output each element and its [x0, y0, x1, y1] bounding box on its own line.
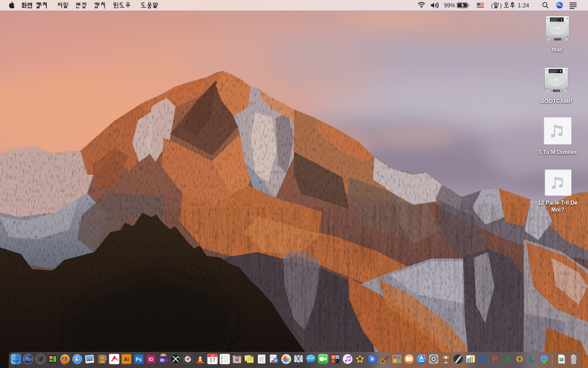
svg-text:O: O [516, 354, 523, 364]
svg-text:W: W [479, 354, 487, 364]
svg-text:L: L [529, 354, 535, 364]
svg-text:ID: ID [148, 356, 153, 362]
svg-text:P: P [492, 354, 498, 364]
svg-text:SAT: SAT [211, 355, 215, 357]
svg-text:(: ( [491, 2, 493, 9]
svg-text:Ps: Ps [136, 356, 141, 362]
svg-text:): ) [500, 2, 502, 9]
svg-text:17: 17 [209, 357, 215, 363]
svg-text:1:24: 1:24 [518, 2, 529, 9]
svg-text:Ai: Ai [124, 356, 129, 362]
svg-text:99%: 99% [444, 2, 455, 9]
svg-text:X: X [504, 354, 510, 364]
